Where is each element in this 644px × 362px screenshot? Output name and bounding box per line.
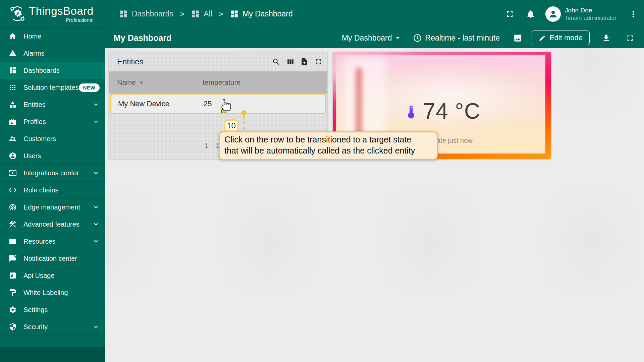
page-title: My Dashboard xyxy=(114,33,171,43)
thermometer-icon xyxy=(403,105,419,120)
dashboard-state-select[interactable]: My Dashboard xyxy=(342,34,402,43)
entities-widget-title: Entities xyxy=(117,57,144,66)
app-name: ThingsBoard xyxy=(29,5,94,16)
hand-pointer-cursor xyxy=(221,99,231,111)
dashboard-icon xyxy=(119,9,128,18)
apps-icon xyxy=(9,83,17,92)
chevron-down-icon xyxy=(92,101,100,108)
fullscreen-icon[interactable] xyxy=(626,34,635,43)
download-icon[interactable] xyxy=(602,34,611,43)
dashboard-icon xyxy=(191,9,200,18)
ethernet-icon xyxy=(9,186,17,194)
sidebar-item-rule-chains[interactable]: Rule chains xyxy=(0,182,105,199)
sidebar-item-label: Solution templates xyxy=(23,84,79,92)
tour-tooltip-line2: that will be automatically called as the… xyxy=(224,145,432,156)
pagination-range: 1 – 1 xyxy=(205,142,219,149)
construction-icon xyxy=(9,220,17,228)
sidebar-item-alarms[interactable]: Alarms xyxy=(0,45,105,62)
search-icon[interactable] xyxy=(272,58,280,66)
user-info[interactable]: John Doe Tenant administrator xyxy=(565,6,616,21)
sidebar-item-label: Profiles xyxy=(23,118,46,126)
expand-widget-icon[interactable] xyxy=(314,58,323,66)
arrow-drop-down-icon xyxy=(393,34,402,42)
temperature-value: 74 °C xyxy=(423,99,481,123)
column-header-name[interactable]: Name xyxy=(117,78,203,86)
thingsboard-logo-icon xyxy=(9,5,26,22)
sidebar-item-integrations-center[interactable]: Integrations center xyxy=(0,165,105,182)
badge-icon xyxy=(9,118,17,126)
cell-device-name: My New Device xyxy=(118,100,204,108)
sidebar-item-label: Security xyxy=(23,323,48,331)
sidebar-item-settings[interactable]: Settings xyxy=(0,301,105,318)
chat-notification-icon xyxy=(9,254,17,262)
export-file-icon[interactable] xyxy=(300,58,309,66)
timewindow-button[interactable]: Realtime - last minute xyxy=(413,34,500,43)
sidebar-item-label: Entities xyxy=(23,101,46,109)
chevron-down-icon xyxy=(92,238,100,245)
sidebar-item-entities[interactable]: Entities xyxy=(0,96,105,113)
sidebar-item-api-usage[interactable]: Api Usage xyxy=(0,267,105,284)
sidebar-item-label: Api Usage xyxy=(23,272,54,280)
breadcrumb-label: All xyxy=(204,9,212,18)
table-row[interactable]: My New Device 25 xyxy=(110,94,326,114)
breadcrumb-separator: > xyxy=(180,10,184,18)
breadcrumb-label: Dashboards xyxy=(132,9,173,18)
sidebar-item-advanced-features[interactable]: Advanced features xyxy=(0,216,105,233)
dashboard-image-icon[interactable] xyxy=(513,34,522,43)
sidebar-item-customers[interactable]: Customers xyxy=(0,130,105,147)
dashboard-icon xyxy=(9,66,17,74)
header-right: John Doe Tenant administrator xyxy=(505,6,644,22)
edit-mode-button[interactable]: Edit mode xyxy=(532,31,590,45)
sidebar-item-label: White Labeling xyxy=(23,289,68,297)
sidebar-item-users[interactable]: Users xyxy=(0,147,105,165)
sidebar-item-label: Notification center xyxy=(23,255,77,262)
sidebar-item-label: Resources xyxy=(23,238,56,245)
avatar[interactable] xyxy=(545,6,561,22)
entities-widget-header: Entities xyxy=(109,52,327,71)
sidebar-item-label: Home xyxy=(23,33,41,40)
sidebar-item-label: Alarms xyxy=(23,50,44,57)
sidebar-item-edge-management[interactable]: Edge management xyxy=(0,199,105,216)
columns-icon[interactable] xyxy=(286,58,294,66)
breadcrumb-dashboards[interactable]: Dashboards xyxy=(119,9,173,18)
sidebar-item-profiles[interactable]: Profiles xyxy=(0,113,105,130)
column-name-label: Name xyxy=(117,78,136,86)
entities-widget-actions xyxy=(272,58,323,66)
sidebar: ThingsBoard Professional Home Alarms Das… xyxy=(0,0,105,362)
column-header-temperature[interactable]: temperature xyxy=(203,78,240,86)
sidebar-item-security[interactable]: Security xyxy=(0,318,105,336)
notifications-bell-icon[interactable] xyxy=(526,9,535,19)
sidebar-item-dashboards[interactable]: Dashboards xyxy=(0,62,105,79)
sidebar-item-solution-templates[interactable]: Solution templates NEW xyxy=(0,79,105,96)
page: ThingsBoard Professional Home Alarms Das… xyxy=(0,0,644,362)
shield-icon xyxy=(9,323,17,331)
chevron-down-icon xyxy=(92,203,100,211)
sidebar-item-home[interactable]: Home xyxy=(0,28,105,45)
sidebar-item-resources[interactable]: Resources xyxy=(0,233,105,250)
warning-icon xyxy=(9,49,17,57)
paint-roller-icon xyxy=(9,289,17,297)
dashboard-toolbar: My Dashboard My Dashboard Realtime - las… xyxy=(105,28,644,48)
antenna-icon xyxy=(9,203,17,211)
more-vert-icon[interactable] xyxy=(629,9,638,19)
state-select-label: My Dashboard xyxy=(342,34,392,43)
chevron-down-icon xyxy=(92,323,100,330)
tour-tooltip-line1: Click on the row to be transitioned to a… xyxy=(224,134,432,145)
app-edition: Professional xyxy=(29,17,94,22)
app-logo[interactable]: ThingsBoard Professional xyxy=(0,0,105,28)
sidebar-item-label: Users xyxy=(23,152,41,160)
gear-icon xyxy=(9,306,17,314)
tour-tooltip: Click on the row to be transitioned to a… xyxy=(219,131,438,160)
toolbar-right: My Dashboard Realtime - last minute Edit… xyxy=(342,31,635,45)
sidebar-item-white-labeling[interactable]: White Labeling xyxy=(0,284,105,301)
tour-dashed-connector xyxy=(243,116,245,131)
clock-icon xyxy=(413,34,422,43)
breadcrumb-all[interactable]: All xyxy=(191,9,212,18)
temperature-reading: 74 °C xyxy=(333,98,551,124)
sidebar-footer xyxy=(0,347,105,362)
fullscreen-icon[interactable] xyxy=(505,9,515,19)
sidebar-item-notification-center[interactable]: Notification center xyxy=(0,250,105,267)
sidebar-item-label: Settings xyxy=(23,306,48,314)
breadcrumb-my-dashboard[interactable]: My Dashboard xyxy=(230,9,293,18)
edit-mode-label: Edit mode xyxy=(549,34,583,42)
